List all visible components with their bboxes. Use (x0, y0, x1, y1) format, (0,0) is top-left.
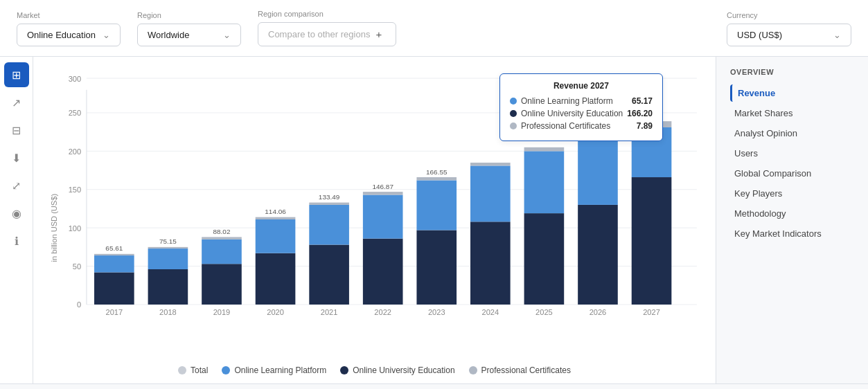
legend-cert: Professional Certificates (469, 365, 571, 375)
x-tick: 2021 (321, 308, 338, 316)
plus-icon: + (375, 28, 382, 40)
legend-total: Total (178, 365, 208, 375)
svg-rect-10 (94, 254, 134, 255)
region-label: Region (137, 11, 241, 19)
download-icon-btn[interactable]: ⬇ (4, 145, 29, 170)
legend-dot-platform (222, 366, 230, 374)
bar-2023: 166.55 2023 (416, 168, 457, 317)
info-icon-btn[interactable]: ℹ (4, 228, 29, 253)
svg-rect-16 (202, 237, 242, 239)
eye-slash-icon-btn[interactable]: ◉ (4, 201, 29, 226)
y-tick: 150 (69, 186, 81, 194)
region-compare-dropdown[interactable]: Compare to other regions + (258, 22, 396, 46)
table-icon-btn[interactable]: ⊟ (4, 118, 29, 143)
chart-area: in billion USD (US$) 0 50 100 150 (33, 57, 716, 383)
currency-dropdown[interactable]: USD (US$) ⌄ (727, 24, 851, 46)
svg-rect-12 (148, 248, 188, 269)
currency-label: Currency (727, 11, 851, 19)
nav-item-key-players[interactable]: Key Players (730, 185, 854, 202)
x-tick: 2023 (428, 308, 445, 316)
bar-label: 166.55 (426, 168, 448, 176)
tooltip-dot-university (510, 110, 517, 117)
market-dropdown[interactable]: Online Education ⌄ (17, 24, 121, 46)
svg-rect-21 (309, 205, 349, 245)
bar-label: 114.06 (265, 208, 286, 215)
tooltip-val-university: 166.20 (627, 109, 653, 118)
chart-legend: Total Online Learning Platform Online Un… (44, 360, 705, 378)
bar-2024: 2024 (470, 163, 511, 317)
svg-rect-32 (524, 213, 565, 305)
nav-item-users[interactable]: Users (730, 145, 854, 162)
legend-label-university: Online University Education (353, 365, 454, 375)
grid-icon-btn[interactable]: ⊞ (4, 62, 29, 87)
tooltip-val-cert: 7.89 (637, 121, 653, 131)
svg-rect-23 (363, 239, 403, 305)
svg-rect-18 (256, 219, 296, 253)
y-tick: 200 (69, 147, 81, 156)
nav-item-global-comparison[interactable]: Global Comparison (730, 165, 854, 182)
svg-rect-33 (524, 151, 565, 213)
svg-rect-20 (309, 245, 349, 305)
x-tick: 2024 (482, 308, 499, 316)
svg-rect-11 (148, 269, 188, 305)
bar-label: 88.02 (213, 228, 231, 235)
bar-2022: 146.87 2022 (363, 183, 403, 317)
legend-platform: Online Learning Platform (222, 365, 326, 375)
svg-rect-24 (363, 195, 403, 239)
legend-label-platform: Online Learning Platform (234, 365, 326, 375)
bar-2025: 2025 (524, 147, 565, 317)
tooltip-label-platform: Online Learning Platform (521, 96, 628, 106)
region-dropdown[interactable]: Worldwide ⌄ (137, 24, 241, 46)
main-layout: ⊞ ↗ ⊟ ⬇ ⤢ ◉ ℹ in billion USD (US$) 0 50 (0, 57, 868, 383)
svg-rect-22 (309, 203, 349, 205)
svg-rect-27 (416, 180, 457, 230)
y-tick: 250 (69, 109, 81, 117)
legend-label-cert: Professional Certificates (481, 365, 571, 375)
svg-rect-36 (578, 136, 618, 205)
chart-tooltip: Revenue 2027 Online Learning Platform 65… (499, 73, 663, 141)
x-tick: 2027 (643, 308, 660, 316)
chevron-down-icon: ⌄ (833, 30, 841, 40)
tooltip-title: Revenue 2027 (510, 81, 653, 91)
y-tick: 300 (69, 75, 81, 83)
nav-item-revenue[interactable]: Revenue (730, 84, 854, 102)
x-tick: 2018 (159, 308, 177, 316)
nav-item-market-shares[interactable]: Market Shares (730, 105, 854, 122)
currency-value: USD (US$) (737, 30, 782, 40)
bar-2019: 88.02 2019 (202, 228, 242, 316)
tooltip-label-cert: Professional Certificates (521, 121, 632, 131)
svg-rect-34 (524, 147, 565, 152)
tooltip-label-university: Online University Education (521, 109, 623, 118)
region-compare-placeholder: Compare to other regions (268, 29, 370, 39)
svg-rect-26 (416, 230, 457, 304)
bar-label: 75.15 (159, 237, 177, 245)
svg-rect-29 (470, 221, 511, 305)
legend-dot-cert (469, 366, 477, 374)
expand-icon-btn[interactable]: ⤢ (4, 173, 29, 198)
bar-2026: 2026 (578, 132, 618, 317)
y-axis-label: in billion USD (US$) (50, 194, 58, 262)
x-tick: 2017 (106, 308, 123, 316)
tooltip-row-cert: Professional Certificates 7.89 (510, 121, 653, 131)
svg-rect-25 (363, 192, 403, 194)
trend-icon-btn[interactable]: ↗ (4, 90, 29, 115)
chevron-down-icon: ⌄ (103, 30, 110, 40)
x-tick: 2020 (267, 308, 284, 316)
nav-item-key-market-indicators[interactable]: Key Market Indicators (730, 225, 854, 242)
bar-2018: 75.15 2018 (148, 237, 188, 316)
tooltip-dot-cert (510, 123, 517, 129)
svg-rect-19 (256, 217, 296, 219)
svg-rect-9 (94, 255, 134, 272)
svg-rect-15 (202, 239, 242, 264)
icon-sidebar: ⊞ ↗ ⊟ ⬇ ⤢ ◉ ℹ (0, 57, 33, 383)
x-tick: 2025 (535, 308, 553, 316)
legend-dot-university (340, 366, 348, 374)
legend-label-total: Total (191, 365, 208, 375)
svg-rect-31 (470, 163, 511, 165)
nav-item-methodology[interactable]: Methodology (730, 205, 854, 222)
nav-section-title: OVERVIEW (730, 68, 854, 76)
bar-2027: 239.26 2027 (632, 112, 672, 317)
nav-item-analyst-opinion[interactable]: Analyst Opinion (730, 125, 854, 142)
svg-rect-13 (148, 247, 188, 248)
svg-rect-28 (416, 177, 457, 180)
